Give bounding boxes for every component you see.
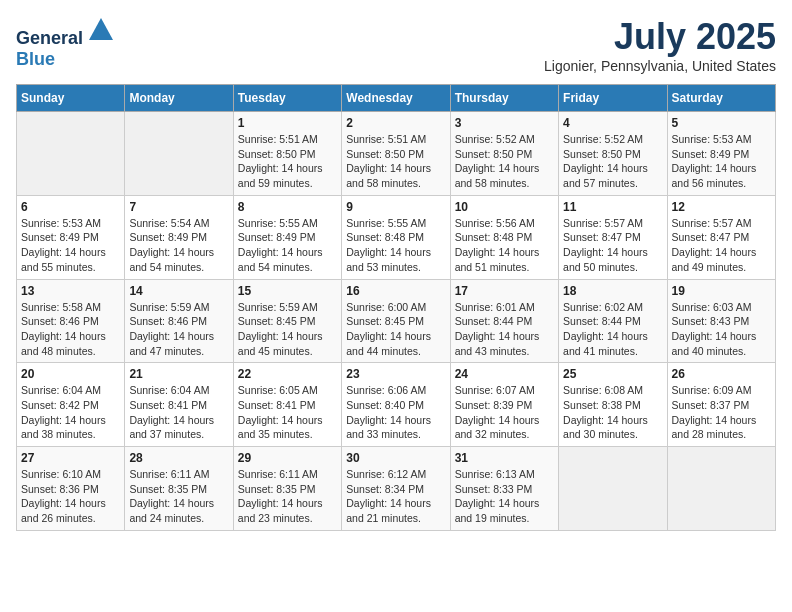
day-number: 12 <box>672 200 771 214</box>
calendar-cell: 1Sunrise: 5:51 AMSunset: 8:50 PMDaylight… <box>233 112 341 196</box>
day-number: 16 <box>346 284 445 298</box>
calendar-cell: 17Sunrise: 6:01 AMSunset: 8:44 PMDayligh… <box>450 279 558 363</box>
calendar-cell: 5Sunrise: 5:53 AMSunset: 8:49 PMDaylight… <box>667 112 775 196</box>
day-info: Sunrise: 5:52 AMSunset: 8:50 PMDaylight:… <box>563 132 662 191</box>
day-number: 11 <box>563 200 662 214</box>
day-info: Sunrise: 5:58 AMSunset: 8:46 PMDaylight:… <box>21 300 120 359</box>
day-info: Sunrise: 5:57 AMSunset: 8:47 PMDaylight:… <box>672 216 771 275</box>
day-number: 21 <box>129 367 228 381</box>
day-info: Sunrise: 5:56 AMSunset: 8:48 PMDaylight:… <box>455 216 554 275</box>
day-info: Sunrise: 5:59 AMSunset: 8:45 PMDaylight:… <box>238 300 337 359</box>
day-number: 17 <box>455 284 554 298</box>
calendar-cell: 8Sunrise: 5:55 AMSunset: 8:49 PMDaylight… <box>233 195 341 279</box>
day-info: Sunrise: 6:00 AMSunset: 8:45 PMDaylight:… <box>346 300 445 359</box>
calendar-cell: 24Sunrise: 6:07 AMSunset: 8:39 PMDayligh… <box>450 363 558 447</box>
day-number: 24 <box>455 367 554 381</box>
day-number: 26 <box>672 367 771 381</box>
weekday-header: Sunday <box>17 85 125 112</box>
calendar-cell <box>17 112 125 196</box>
day-number: 4 <box>563 116 662 130</box>
svg-marker-0 <box>89 18 113 40</box>
day-number: 14 <box>129 284 228 298</box>
day-info: Sunrise: 5:52 AMSunset: 8:50 PMDaylight:… <box>455 132 554 191</box>
calendar-cell <box>559 447 667 531</box>
title-block: July 2025 Ligonier, Pennsylvania, United… <box>544 16 776 74</box>
weekday-header: Monday <box>125 85 233 112</box>
calendar-cell: 31Sunrise: 6:13 AMSunset: 8:33 PMDayligh… <box>450 447 558 531</box>
day-number: 20 <box>21 367 120 381</box>
day-info: Sunrise: 5:54 AMSunset: 8:49 PMDaylight:… <box>129 216 228 275</box>
calendar-week-row: 20Sunrise: 6:04 AMSunset: 8:42 PMDayligh… <box>17 363 776 447</box>
day-info: Sunrise: 6:04 AMSunset: 8:41 PMDaylight:… <box>129 383 228 442</box>
day-info: Sunrise: 5:55 AMSunset: 8:48 PMDaylight:… <box>346 216 445 275</box>
calendar-cell: 18Sunrise: 6:02 AMSunset: 8:44 PMDayligh… <box>559 279 667 363</box>
weekday-header: Saturday <box>667 85 775 112</box>
calendar-cell: 10Sunrise: 5:56 AMSunset: 8:48 PMDayligh… <box>450 195 558 279</box>
day-number: 19 <box>672 284 771 298</box>
calendar-cell: 13Sunrise: 5:58 AMSunset: 8:46 PMDayligh… <box>17 279 125 363</box>
day-number: 1 <box>238 116 337 130</box>
day-number: 28 <box>129 451 228 465</box>
day-info: Sunrise: 6:03 AMSunset: 8:43 PMDaylight:… <box>672 300 771 359</box>
day-number: 5 <box>672 116 771 130</box>
day-info: Sunrise: 6:08 AMSunset: 8:38 PMDaylight:… <box>563 383 662 442</box>
day-number: 25 <box>563 367 662 381</box>
calendar-cell: 11Sunrise: 5:57 AMSunset: 8:47 PMDayligh… <box>559 195 667 279</box>
day-number: 8 <box>238 200 337 214</box>
day-number: 9 <box>346 200 445 214</box>
calendar-cell: 29Sunrise: 6:11 AMSunset: 8:35 PMDayligh… <box>233 447 341 531</box>
calendar-cell: 2Sunrise: 5:51 AMSunset: 8:50 PMDaylight… <box>342 112 450 196</box>
day-info: Sunrise: 5:51 AMSunset: 8:50 PMDaylight:… <box>346 132 445 191</box>
day-number: 31 <box>455 451 554 465</box>
calendar-week-row: 6Sunrise: 5:53 AMSunset: 8:49 PMDaylight… <box>17 195 776 279</box>
day-info: Sunrise: 5:59 AMSunset: 8:46 PMDaylight:… <box>129 300 228 359</box>
day-info: Sunrise: 6:07 AMSunset: 8:39 PMDaylight:… <box>455 383 554 442</box>
weekday-header: Friday <box>559 85 667 112</box>
calendar-week-row: 1Sunrise: 5:51 AMSunset: 8:50 PMDaylight… <box>17 112 776 196</box>
day-info: Sunrise: 5:53 AMSunset: 8:49 PMDaylight:… <box>672 132 771 191</box>
logo: General Blue <box>16 16 115 70</box>
weekday-header: Thursday <box>450 85 558 112</box>
calendar-cell <box>667 447 775 531</box>
day-info: Sunrise: 6:01 AMSunset: 8:44 PMDaylight:… <box>455 300 554 359</box>
calendar-cell: 3Sunrise: 5:52 AMSunset: 8:50 PMDaylight… <box>450 112 558 196</box>
day-number: 29 <box>238 451 337 465</box>
day-number: 10 <box>455 200 554 214</box>
day-info: Sunrise: 6:11 AMSunset: 8:35 PMDaylight:… <box>238 467 337 526</box>
calendar-cell: 25Sunrise: 6:08 AMSunset: 8:38 PMDayligh… <box>559 363 667 447</box>
calendar-week-row: 13Sunrise: 5:58 AMSunset: 8:46 PMDayligh… <box>17 279 776 363</box>
day-number: 18 <box>563 284 662 298</box>
logo-icon <box>87 16 115 44</box>
day-info: Sunrise: 6:05 AMSunset: 8:41 PMDaylight:… <box>238 383 337 442</box>
calendar-cell: 6Sunrise: 5:53 AMSunset: 8:49 PMDaylight… <box>17 195 125 279</box>
day-number: 30 <box>346 451 445 465</box>
weekday-header-row: SundayMondayTuesdayWednesdayThursdayFrid… <box>17 85 776 112</box>
day-number: 22 <box>238 367 337 381</box>
day-number: 2 <box>346 116 445 130</box>
logo-blue: Blue <box>16 49 55 69</box>
month-title: July 2025 <box>544 16 776 58</box>
calendar-cell: 16Sunrise: 6:00 AMSunset: 8:45 PMDayligh… <box>342 279 450 363</box>
calendar-cell: 28Sunrise: 6:11 AMSunset: 8:35 PMDayligh… <box>125 447 233 531</box>
day-number: 6 <box>21 200 120 214</box>
day-info: Sunrise: 6:04 AMSunset: 8:42 PMDaylight:… <box>21 383 120 442</box>
calendar-cell: 26Sunrise: 6:09 AMSunset: 8:37 PMDayligh… <box>667 363 775 447</box>
day-number: 27 <box>21 451 120 465</box>
calendar-week-row: 27Sunrise: 6:10 AMSunset: 8:36 PMDayligh… <box>17 447 776 531</box>
calendar-cell: 15Sunrise: 5:59 AMSunset: 8:45 PMDayligh… <box>233 279 341 363</box>
calendar-cell: 14Sunrise: 5:59 AMSunset: 8:46 PMDayligh… <box>125 279 233 363</box>
day-number: 23 <box>346 367 445 381</box>
day-info: Sunrise: 6:06 AMSunset: 8:40 PMDaylight:… <box>346 383 445 442</box>
calendar-cell: 23Sunrise: 6:06 AMSunset: 8:40 PMDayligh… <box>342 363 450 447</box>
calendar-cell: 19Sunrise: 6:03 AMSunset: 8:43 PMDayligh… <box>667 279 775 363</box>
calendar-cell: 20Sunrise: 6:04 AMSunset: 8:42 PMDayligh… <box>17 363 125 447</box>
location-title: Ligonier, Pennsylvania, United States <box>544 58 776 74</box>
calendar-cell <box>125 112 233 196</box>
logo-general: General <box>16 28 83 48</box>
weekday-header: Tuesday <box>233 85 341 112</box>
calendar-cell: 9Sunrise: 5:55 AMSunset: 8:48 PMDaylight… <box>342 195 450 279</box>
calendar-table: SundayMondayTuesdayWednesdayThursdayFrid… <box>16 84 776 531</box>
calendar-cell: 4Sunrise: 5:52 AMSunset: 8:50 PMDaylight… <box>559 112 667 196</box>
day-info: Sunrise: 6:12 AMSunset: 8:34 PMDaylight:… <box>346 467 445 526</box>
calendar-cell: 22Sunrise: 6:05 AMSunset: 8:41 PMDayligh… <box>233 363 341 447</box>
